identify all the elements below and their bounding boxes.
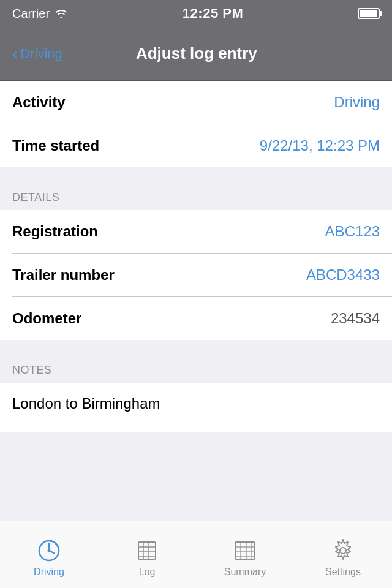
carrier-text: Carrier — [12, 7, 50, 21]
odometer-row[interactable]: Odometer 234534 — [0, 297, 392, 340]
tab-settings-label: Settings — [325, 567, 361, 578]
driving-icon — [37, 538, 61, 563]
registration-row[interactable]: Registration ABC123 — [0, 210, 392, 253]
tab-driving-label: Driving — [34, 567, 64, 578]
details-header-text: DETAILS — [12, 191, 59, 204]
back-label: Driving — [20, 46, 62, 62]
back-chevron-icon: ‹ — [12, 45, 18, 62]
odometer-value: 234534 — [331, 310, 380, 327]
trailer-number-value: ABCD3433 — [306, 266, 380, 284]
tab-summary[interactable]: Summary — [196, 532, 294, 578]
time-started-value: 9/22/13, 12:23 PM — [260, 137, 380, 154]
battery-indicator — [358, 8, 380, 19]
notes-text: London to Birmingham — [12, 395, 160, 412]
tab-log[interactable]: Log — [98, 532, 196, 578]
trailer-number-row[interactable]: Trailer number ABCD3433 — [0, 254, 392, 296]
settings-icon — [331, 538, 355, 563]
tab-bar: Driving Log Summary — [0, 521, 392, 588]
nav-bar: ‹ Driving Adjust log entry — [0, 27, 392, 81]
notes-header-text: NOTES — [12, 364, 52, 377]
tab-summary-label: Summary — [224, 567, 266, 578]
status-bar: Carrier 12:25 PM — [0, 0, 392, 27]
time-started-row[interactable]: Time started 9/22/13, 12:23 PM — [0, 124, 392, 167]
registration-label: Registration — [12, 223, 98, 240]
registration-value: ABC123 — [325, 223, 380, 240]
notes-content[interactable]: London to Birmingham — [0, 383, 392, 432]
notes-section-header: NOTES — [0, 340, 392, 383]
details-section: Registration ABC123 Trailer number ABCD3… — [0, 210, 392, 340]
main-content: Activity Driving Time started 9/22/13, 1… — [0, 81, 392, 432]
log-icon — [135, 538, 159, 563]
activity-row[interactable]: Activity Driving — [0, 81, 392, 124]
details-section-header: DETAILS — [0, 167, 392, 210]
time-started-label: Time started — [12, 137, 99, 154]
status-time: 12:25 PM — [183, 6, 243, 21]
tab-driving[interactable]: Driving — [0, 532, 98, 578]
tab-log-label: Log — [139, 567, 156, 578]
summary-icon — [233, 538, 257, 563]
trailer-number-label: Trailer number — [12, 266, 115, 284]
odometer-label: Odometer — [12, 310, 81, 327]
wifi-icon — [55, 9, 68, 18]
back-button[interactable]: ‹ Driving — [12, 45, 62, 62]
nav-title: Adjust log entry — [62, 44, 331, 63]
svg-point-17 — [340, 548, 346, 554]
battery-icon — [358, 8, 380, 19]
tab-settings[interactable]: Settings — [294, 532, 392, 578]
carrier-wifi: Carrier — [12, 7, 68, 21]
activity-section: Activity Driving Time started 9/22/13, 1… — [0, 81, 392, 167]
activity-value: Driving — [334, 94, 380, 111]
activity-label: Activity — [12, 94, 66, 111]
